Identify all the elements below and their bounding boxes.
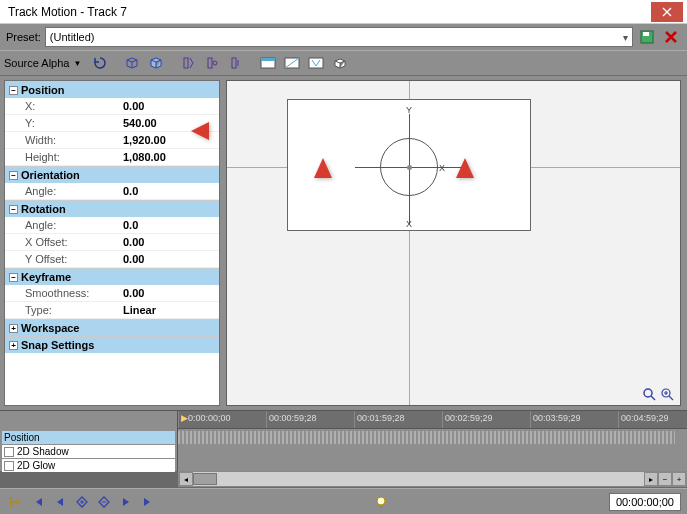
close-button[interactable] [651,2,683,22]
keyframe-section-header[interactable]: −Keyframe [5,268,219,285]
lane-label: Position [4,432,40,443]
collapse-icon: − [9,171,18,180]
scroll-left-button[interactable]: ◂ [179,472,193,486]
xoffset-label: X Offset: [5,234,117,251]
position-track[interactable] [178,431,675,444]
annotation-arrow [450,156,480,296]
position-section-header[interactable]: −Position [5,81,219,98]
zoom-icon[interactable] [642,387,658,403]
timeline-tracks[interactable] [178,429,687,471]
lane-label: 2D Shadow [17,446,69,457]
chevron-down-icon: ▼ [71,59,83,68]
first-keyframe-button[interactable] [28,492,48,512]
timeline-ruler[interactable]: ▶0:00:00;00 00:00:59;28 00:01:59;28 00:0… [178,411,687,429]
zoom-in-button[interactable]: + [672,472,686,486]
x-label: X: [5,98,117,115]
source-alpha-dropdown[interactable]: Source Alpha ▼ [4,57,87,69]
ruler-tick: 00:04:59;29 [618,411,669,428]
svg-point-12 [377,497,385,505]
smooth-label: Smoothness: [5,285,117,302]
rotation-section-header[interactable]: −Rotation [5,200,219,217]
last-keyframe-button[interactable] [138,492,158,512]
collapse-icon: − [9,86,18,95]
prev-keyframe-button[interactable] [50,492,70,512]
zoom-plus-icon[interactable] [660,387,676,403]
svg-rect-5 [232,58,236,68]
ruler-tick: ▶0:00:00;00 [178,411,231,428]
type-value[interactable]: Linear [117,302,219,319]
next-keyframe-button[interactable] [116,492,136,512]
delete-preset-button[interactable] [661,27,681,47]
width-label: Width: [5,132,117,149]
rot-angle-label: Angle: [5,217,117,234]
sync-cursor-button[interactable] [6,492,26,512]
svg-rect-1 [643,32,649,36]
tool-a-button[interactable] [177,52,199,74]
source-alpha-label: Source Alpha [4,57,69,69]
svg-point-10 [644,389,652,397]
restore-button[interactable] [89,52,111,74]
yoffset-value[interactable]: 0.00 [117,251,219,268]
collapse-icon: − [9,273,18,282]
lane-position[interactable]: Position [2,431,175,444]
angle-value[interactable]: 0.0 [117,183,219,200]
ruler-tick: 00:00:59;28 [266,411,317,428]
angle-label: Angle: [5,183,117,200]
window-title: Track Motion - Track 7 [4,5,651,19]
annotation-arrow [308,156,338,296]
lane-label: 2D Glow [17,460,55,471]
height-value[interactable]: 1,080.00 [117,149,219,166]
expand-icon: + [9,341,18,350]
height-label: Height: [5,149,117,166]
snap-section-header[interactable]: +Snap Settings [5,336,219,353]
section-label: Keyframe [21,271,71,283]
save-preset-button[interactable] [637,27,657,47]
chevron-down-icon: ▾ [623,32,628,43]
section-label: Position [21,84,64,96]
y-label: Y: [5,115,117,132]
section-label: Rotation [21,203,66,215]
checkbox-icon[interactable] [4,461,14,471]
preset-dropdown[interactable]: (Untitled) ▾ [45,27,633,47]
yoffset-label: Y Offset: [5,251,117,268]
add-keyframe-button[interactable] [72,492,92,512]
scrollbar-thumb[interactable] [193,473,217,485]
center-handle[interactable] [407,165,412,170]
remove-keyframe-button[interactable] [94,492,114,512]
svg-point-4 [213,61,217,65]
smooth-value[interactable]: 0.00 [117,285,219,302]
svg-rect-7 [261,58,275,61]
cube-3d-button[interactable] [145,52,167,74]
view-1-button[interactable] [257,52,279,74]
x-axis-label-bottom: X [406,219,412,229]
type-label: Type: [5,302,117,319]
time-readout[interactable]: 00:00:00;00 [609,493,681,511]
ruler-tick: 00:03:59;29 [530,411,581,428]
orientation-section-header[interactable]: −Orientation [5,166,219,183]
view-2-button[interactable] [281,52,303,74]
section-label: Orientation [21,169,80,181]
ruler-tick: 00:01:59;28 [354,411,405,428]
rot-angle-value[interactable]: 0.0 [117,217,219,234]
x-value[interactable]: 0.00 [117,98,219,115]
expand-icon: + [9,324,18,333]
zoom-out-button[interactable]: − [658,472,672,486]
scroll-right-button[interactable]: ▸ [644,472,658,486]
view-3-button[interactable] [305,52,327,74]
tool-b-button[interactable] [201,52,223,74]
preset-label: Preset: [6,31,41,43]
tool-c-button[interactable] [225,52,247,74]
lightbulb-icon[interactable] [372,493,390,511]
view-4-button[interactable] [329,52,351,74]
xoffset-value[interactable]: 0.00 [117,234,219,251]
y-axis-label: Y [406,105,412,115]
preset-value: (Untitled) [50,31,95,43]
svg-rect-3 [208,58,212,68]
ruler-tick: 00:02:59;29 [442,411,493,428]
timeline-scrollbar[interactable]: ◂ ▸ − + [178,471,687,487]
collapse-icon: − [9,205,18,214]
checkbox-icon[interactable] [4,447,14,457]
workspace-section-header[interactable]: +Workspace [5,319,219,336]
lane-2d-shadow[interactable]: 2D Shadow [2,445,175,458]
cube-2d-button[interactable] [121,52,143,74]
